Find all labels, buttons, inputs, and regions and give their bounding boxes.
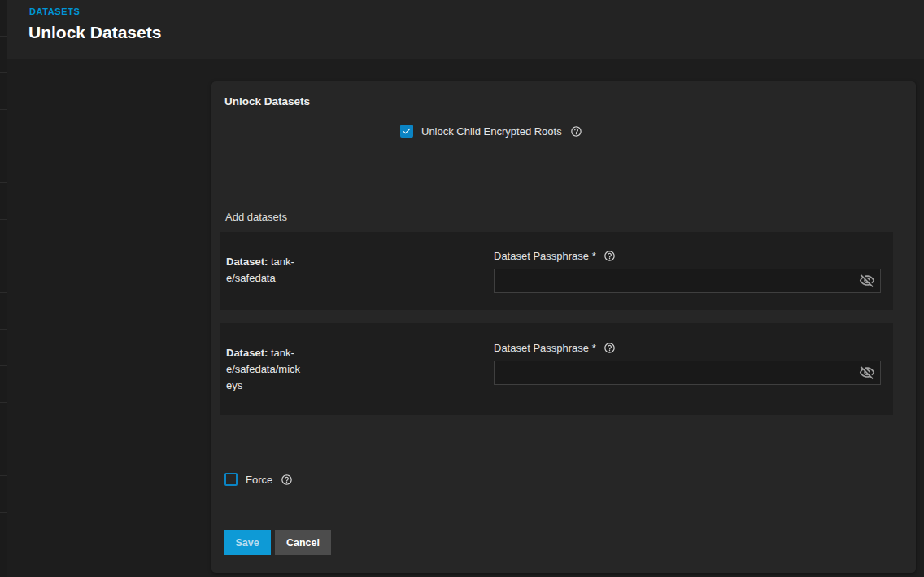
- unlock-child-checkbox-label: Unlock Child Encrypted Roots: [421, 125, 562, 138]
- collapsed-sidebar[interactable]: [0, 0, 7, 577]
- dataset-name-label: Dataset:: [226, 256, 268, 268]
- help-icon[interactable]: [281, 474, 293, 486]
- passphrase-label: Dataset Passphrase *: [494, 250, 596, 262]
- dataset-name: Dataset: tank-e/safedata: [226, 254, 306, 286]
- help-icon[interactable]: [604, 342, 616, 354]
- passphrase-field: [494, 361, 881, 385]
- form-actions: Save Cancel: [224, 530, 331, 555]
- header-divider: [21, 59, 924, 59]
- card-heading: Unlock Datasets: [224, 95, 310, 107]
- passphrase-label-row: Dataset Passphrase *: [494, 342, 616, 354]
- check-icon: [402, 126, 412, 136]
- dataset-name: Dataset: tank-e/safedata/mickeys: [226, 345, 306, 394]
- force-row: Force: [224, 473, 293, 486]
- help-icon[interactable]: [570, 125, 582, 138]
- help-icon[interactable]: [604, 250, 616, 262]
- passphrase-input[interactable]: [495, 269, 858, 292]
- dataset-name-label: Dataset:: [226, 347, 268, 359]
- page-header: DATASETS Unlock Datasets: [7, 0, 924, 59]
- add-datasets-label: Add datasets: [225, 211, 287, 223]
- unlock-child-encrypted-roots-row: Unlock Child Encrypted Roots: [400, 125, 582, 138]
- toggle-visibility-button[interactable]: [858, 364, 876, 382]
- dataset-row: Dataset: tank-e/safedata Dataset Passphr…: [220, 232, 893, 310]
- cancel-button[interactable]: Cancel: [275, 530, 331, 555]
- save-button[interactable]: Save: [224, 530, 271, 555]
- breadcrumb[interactable]: DATASETS: [29, 7, 80, 16]
- unlock-child-checkbox[interactable]: [400, 125, 413, 138]
- unlock-datasets-card: Unlock Datasets Unlock Child Encrypted R…: [211, 81, 916, 573]
- passphrase-input[interactable]: [495, 361, 858, 384]
- visibility-off-icon: [859, 273, 875, 289]
- toggle-visibility-button[interactable]: [858, 272, 876, 290]
- page-title: Unlock Datasets: [28, 23, 161, 42]
- passphrase-label: Dataset Passphrase *: [494, 342, 596, 354]
- passphrase-label-row: Dataset Passphrase *: [494, 250, 616, 262]
- force-checkbox[interactable]: [224, 473, 238, 486]
- force-checkbox-label: Force: [246, 474, 272, 486]
- passphrase-field: [494, 269, 881, 293]
- dataset-row: Dataset: tank-e/safedata/mickeys Dataset…: [220, 323, 893, 415]
- visibility-off-icon: [859, 365, 875, 381]
